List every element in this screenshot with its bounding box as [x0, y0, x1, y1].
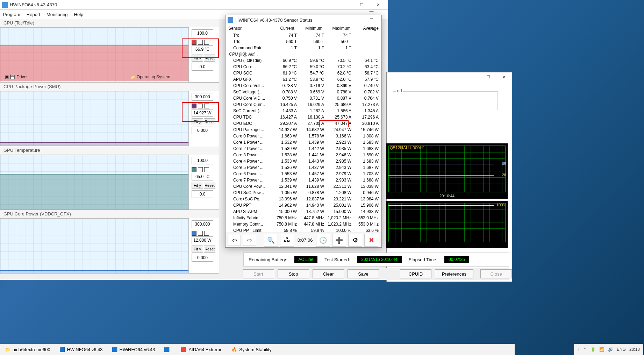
sensor-row[interactable]: CPU PPT14.962 W14.940 W25.001 W15.906 W: [226, 202, 381, 208]
sensor-row[interactable]: CPU Core VID ...0.750 V0.731 V0.887 V0.7…: [226, 95, 381, 101]
graph-max[interactable]: 300.000: [192, 93, 213, 101]
graph-area[interactable]: [0, 218, 189, 273]
fit-y-button[interactable]: Fit y: [192, 246, 203, 253]
fit-y-button[interactable]: Fit y: [192, 182, 203, 189]
sensor-body[interactable]: Trc74 T74 T74 TTrfc560 T560 T560 TComman…: [226, 32, 381, 233]
graph-area[interactable]: [0, 91, 189, 146]
add-icon[interactable]: ➕: [332, 234, 346, 247]
main-titlebar[interactable]: HWiNFO64 v6.43-4370 — ☐ ✕: [0, 0, 388, 10]
network-icon[interactable]: 🖧: [280, 234, 294, 247]
sensor-row[interactable]: CPU Core66.2 °C59.0 °C70.2 °C63.4 °C: [226, 64, 381, 70]
sensor-row[interactable]: Memory Contr...750.8 MHz447.8 MHz1,020.2…: [226, 221, 381, 227]
color-swatch[interactable]: [204, 231, 209, 236]
aida-minimize-button[interactable]: —: [465, 72, 480, 81]
graph-min[interactable]: 0.000: [192, 127, 213, 134]
reset-button[interactable]: Reset: [204, 246, 215, 253]
aida-input-field[interactable]: [393, 91, 498, 110]
cpuid-button[interactable]: CPUID: [400, 269, 431, 278]
sensor-row[interactable]: CPU SoC Pow...1.055 W0.878 W1.208 W0.946…: [226, 190, 381, 196]
menu-report[interactable]: Report: [27, 12, 40, 17]
sensor-row[interactable]: Core 6 Power ...1.553 W1.457 W2.979 W1.7…: [226, 171, 381, 177]
col-sensor[interactable]: Sensor: [226, 26, 269, 31]
sensor-row[interactable]: CPU EDC29.307 A27.705 A47.047 A30.810 A: [226, 120, 381, 127]
sensor-row[interactable]: Infinity Fabric ...750.8 MHz447.8 MHz1,0…: [226, 215, 381, 221]
taskbar-item[interactable]: 🟦HWiNFO64 v6.43: [57, 347, 106, 353]
menu-help[interactable]: Help: [74, 12, 84, 17]
color-swatch[interactable]: [204, 167, 209, 172]
sensor-row[interactable]: CPU (Tctl/Tdie)66.9 °C59.6 °C70.5 °C64.1…: [226, 57, 381, 64]
sensor-row[interactable]: CPU Core Volt...0.738 V0.719 V0.869 V0.7…: [226, 83, 381, 89]
clear-button[interactable]: Clear: [313, 269, 344, 278]
reset-button[interactable]: Reset: [204, 182, 215, 189]
col-average[interactable]: Average: [353, 26, 382, 31]
sensor-row[interactable]: CPU TDC16.427 A16.130 A25.673 A17.296 A: [226, 114, 381, 120]
menu-program[interactable]: Program: [3, 12, 20, 17]
stop-button[interactable]: Stop: [278, 269, 309, 278]
sensor-row[interactable]: Core 5 Power ...1.536 W1.437 W2.943 W1.6…: [226, 164, 381, 171]
taskbar-item[interactable]: 🔥System Stability: [229, 347, 274, 353]
sensor-row[interactable]: Core 4 Power ...1.533 W1.443 W2.935 W1.6…: [226, 158, 381, 164]
sensor-row[interactable]: Core+SoC Po...13.096 W12.837 W23.221 W13…: [226, 196, 381, 202]
close-aida-button[interactable]: Close: [480, 269, 512, 278]
sensor-row[interactable]: CPU [#0]: AM...: [226, 51, 381, 57]
graph-area[interactable]: [0, 27, 189, 82]
col-maximum[interactable]: Maximum: [325, 26, 353, 31]
windows-taskbar[interactable]: 📁aida64extreme600🟦HWiNFO64 v6.43🟦HWiNFO6…: [0, 344, 515, 355]
taskbar-item[interactable]: 🟦HWiNFO64 v6.43: [109, 347, 158, 353]
taskbar-item[interactable]: 📁aida64extreme600: [2, 347, 53, 353]
sensor-row[interactable]: CPU Package ...14.927 W14.682 W24.947 W1…: [226, 127, 381, 133]
sensor-row[interactable]: CPU PPT Limit59.8 %59.8 %100.0 %63.6 %: [226, 227, 381, 233]
drives-node[interactable]: ▣ 💾 Drives: [5, 74, 28, 79]
col-current[interactable]: Current: [269, 26, 297, 31]
color-swatch[interactable]: [198, 167, 203, 172]
tray-volume-icon[interactable]: 🔊: [608, 347, 613, 352]
color-swatch[interactable]: [198, 231, 203, 236]
sensor-row[interactable]: CPU SOC61.9 °C54.7 °C62.8 °C58.7 °C: [226, 70, 381, 76]
sensor-row[interactable]: Trfc560 T560 T560 T: [226, 38, 381, 45]
tray-bluetooth-icon[interactable]: ᚼ: [578, 347, 580, 352]
menu-monitoring[interactable]: Monitoring: [46, 12, 68, 17]
tray-chevron-up-icon[interactable]: ⌃: [584, 347, 587, 352]
exit-icon[interactable]: ✖: [364, 234, 378, 247]
sensor-row[interactable]: APU STAPM15.000 W13.752 W15.000 W14.933 …: [226, 208, 381, 215]
sensor-maximize-button[interactable]: ☐: [364, 16, 379, 24]
sensor-row[interactable]: Core 0 Power ...1.663 W1.578 W3.166 W1.8…: [226, 133, 381, 139]
col-minimum[interactable]: Minimum: [297, 26, 325, 31]
graph-max[interactable]: 100.0: [192, 29, 213, 37]
sensor-row[interactable]: SoC Current (...1.433 A1.282 A1.586 A1.3…: [226, 108, 381, 114]
sensor-row[interactable]: APU GFX61.2 °C53.9 °C62.0 °C57.9 °C: [226, 76, 381, 83]
tray-wifi-icon[interactable]: 📶: [599, 347, 604, 352]
graph-min[interactable]: 0.0: [192, 63, 213, 71]
tray-battery-icon[interactable]: 🔋: [591, 347, 596, 352]
sensor-row[interactable]: Trc74 T74 T74 T: [226, 32, 381, 38]
sensor-row[interactable]: Command Rate1 T1 T1 T: [226, 45, 381, 51]
graph-min[interactable]: 0.0: [192, 190, 213, 198]
start-button[interactable]: Start: [243, 269, 274, 278]
os-node[interactable]: 📁 Operating System: [130, 74, 170, 79]
graph-max[interactable]: 100.0: [192, 157, 213, 164]
sensor-row[interactable]: SoC Voltage (...0.788 V0.669 V0.788 V0.7…: [226, 89, 381, 95]
sensor-row[interactable]: Core 1 Power ...1.532 W1.439 W2.923 W1.6…: [226, 139, 381, 145]
minimize-button[interactable]: —: [337, 0, 353, 9]
graph-max[interactable]: 300.000: [192, 220, 213, 228]
tray-time[interactable]: 20:18: [629, 347, 640, 352]
preferences-button[interactable]: Preferences: [435, 269, 473, 278]
nav-back-icon[interactable]: ⇦: [228, 235, 241, 246]
sensor-row[interactable]: Core 7 Power ...1.539 W1.439 W2.933 W1.6…: [226, 177, 381, 183]
system-tray[interactable]: ᚼ ⌃ 🔋 📶 🔊 ENG 20:18: [574, 344, 643, 355]
save-button[interactable]: Save: [348, 269, 379, 278]
sensor-minimize-button[interactable]: —: [364, 7, 379, 16]
aida-close-button[interactable]: ✕: [496, 72, 512, 81]
taskbar-item[interactable]: 🟥AIDA64 Extreme: [178, 347, 225, 353]
taskbar-item[interactable]: 🟦: [161, 347, 174, 353]
graph-area[interactable]: [0, 155, 189, 210]
sensor-titlebar[interactable]: HWiNFO64 v6.43-4370 Sensor Status — ☐ ✕: [226, 15, 381, 25]
sensor-row[interactable]: Core 2 Power ...1.539 W1.442 W2.935 W1.6…: [226, 145, 381, 152]
graph-min[interactable]: 0.000: [192, 254, 213, 262]
gear-icon[interactable]: ⚙: [348, 234, 362, 247]
aida-maximize-button[interactable]: ☐: [480, 72, 496, 81]
clock-icon[interactable]: 🕒: [316, 234, 330, 247]
color-swatch[interactable]: [192, 231, 196, 236]
tray-lang[interactable]: ENG: [617, 347, 626, 352]
zoom-icon[interactable]: 🔍: [264, 234, 278, 247]
